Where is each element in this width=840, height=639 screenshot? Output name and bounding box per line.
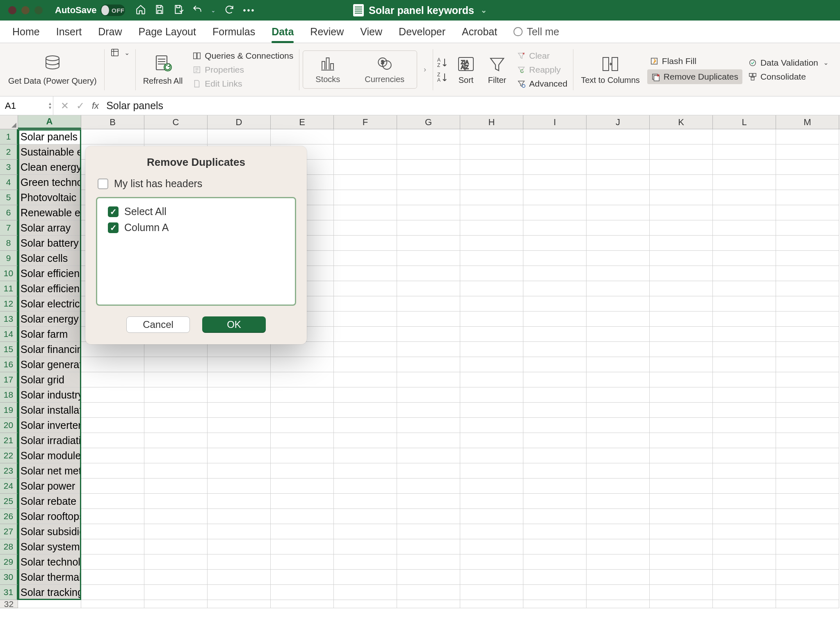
row-header[interactable]: 20	[0, 418, 18, 433]
cell[interactable]	[523, 220, 587, 236]
tell-me[interactable]: Tell me	[514, 26, 559, 38]
cell[interactable]	[334, 403, 397, 418]
row-header[interactable]: 25	[0, 494, 18, 509]
cell[interactable]	[334, 251, 397, 266]
cell[interactable]	[144, 570, 208, 585]
cell[interactable]	[334, 494, 397, 509]
cell[interactable]: Solar grid	[18, 372, 81, 387]
cell[interactable]	[144, 463, 208, 479]
cell[interactable]	[334, 129, 397, 144]
cell[interactable]	[587, 160, 650, 175]
cell[interactable]	[587, 357, 650, 372]
cell[interactable]	[776, 372, 839, 387]
cell[interactable]	[713, 448, 776, 463]
sort-ascending-button[interactable]: AZ	[436, 56, 449, 69]
cell[interactable]	[776, 357, 839, 372]
cell[interactable]	[776, 570, 839, 585]
column-a-row[interactable]: Column A	[106, 222, 286, 234]
cell[interactable]	[587, 494, 650, 509]
cell[interactable]	[523, 570, 587, 585]
cell[interactable]	[587, 175, 650, 190]
cell[interactable]	[587, 342, 650, 357]
cell[interactable]	[523, 448, 587, 463]
cell[interactable]	[713, 220, 776, 236]
column-header-a[interactable]: A	[18, 115, 81, 129]
cell[interactable]	[713, 129, 776, 144]
cell[interactable]	[397, 570, 460, 585]
cell[interactable]	[81, 357, 144, 372]
cell[interactable]	[397, 479, 460, 494]
cell[interactable]	[776, 144, 839, 160]
cell[interactable]: Sustainable energy	[18, 144, 81, 160]
column-header[interactable]: C	[144, 115, 208, 129]
cell[interactable]	[776, 585, 839, 600]
tab-page-layout[interactable]: Page Layout	[130, 21, 204, 43]
cell[interactable]	[144, 539, 208, 554]
cell[interactable]	[460, 190, 523, 205]
cell[interactable]	[523, 403, 587, 418]
cell[interactable]	[523, 554, 587, 570]
cell[interactable]	[523, 327, 587, 342]
row-header[interactable]: 16	[0, 357, 18, 372]
cell[interactable]: Solar inverter	[18, 418, 81, 433]
clear-filter-button[interactable]: Clear	[514, 50, 570, 62]
cell[interactable]	[587, 205, 650, 220]
cell[interactable]	[397, 205, 460, 220]
edit-links-button[interactable]: Edit Links	[190, 78, 296, 89]
cell[interactable]	[334, 266, 397, 281]
consolidate-button[interactable]: Consolidate	[746, 71, 831, 82]
cell[interactable]	[334, 205, 397, 220]
cell[interactable]	[776, 190, 839, 205]
cell[interactable]	[460, 524, 523, 539]
cell[interactable]	[144, 509, 208, 524]
row-header[interactable]: 1	[0, 129, 18, 144]
cell[interactable]	[397, 311, 460, 327]
ok-button[interactable]: OK	[202, 316, 266, 333]
cell[interactable]	[208, 357, 271, 372]
cell[interactable]	[523, 160, 587, 175]
cell[interactable]	[523, 585, 587, 600]
cell[interactable]	[397, 372, 460, 387]
cell[interactable]	[523, 539, 587, 554]
row-header[interactable]: 21	[0, 433, 18, 448]
row-header[interactable]: 14	[0, 327, 18, 342]
cell[interactable]	[713, 570, 776, 585]
cell[interactable]	[523, 372, 587, 387]
cell[interactable]	[271, 524, 334, 539]
cell[interactable]	[650, 403, 713, 418]
cell[interactable]	[650, 129, 713, 144]
cell[interactable]	[208, 539, 271, 554]
cell[interactable]	[523, 479, 587, 494]
cell[interactable]	[713, 266, 776, 281]
cell[interactable]	[334, 281, 397, 296]
cell[interactable]	[208, 479, 271, 494]
cell[interactable]	[397, 281, 460, 296]
row-header[interactable]: 17	[0, 372, 18, 387]
cell[interactable]	[587, 190, 650, 205]
cell[interactable]	[271, 509, 334, 524]
cell[interactable]	[713, 433, 776, 448]
cell[interactable]	[650, 494, 713, 509]
cell[interactable]	[460, 539, 523, 554]
cell[interactable]	[523, 236, 587, 251]
cell[interactable]	[208, 509, 271, 524]
get-data-button[interactable]: ⌄ Get Data (Power Query)	[8, 53, 97, 86]
connections-button[interactable]: ⌄	[108, 47, 132, 58]
cell[interactable]	[776, 175, 839, 190]
row-header[interactable]: 4	[0, 175, 18, 190]
cell[interactable]	[587, 479, 650, 494]
cell[interactable]: Solar system	[18, 539, 81, 554]
cell[interactable]	[460, 220, 523, 236]
cell[interactable]	[650, 554, 713, 570]
cell[interactable]	[713, 175, 776, 190]
cell[interactable]	[713, 357, 776, 372]
cell[interactable]	[650, 311, 713, 327]
row-header[interactable]: 22	[0, 448, 18, 463]
cell[interactable]	[776, 281, 839, 296]
cell[interactable]	[271, 494, 334, 509]
cell[interactable]	[397, 433, 460, 448]
cell[interactable]	[334, 236, 397, 251]
cell[interactable]	[460, 296, 523, 311]
cell[interactable]	[713, 418, 776, 433]
home-icon[interactable]	[135, 4, 146, 17]
